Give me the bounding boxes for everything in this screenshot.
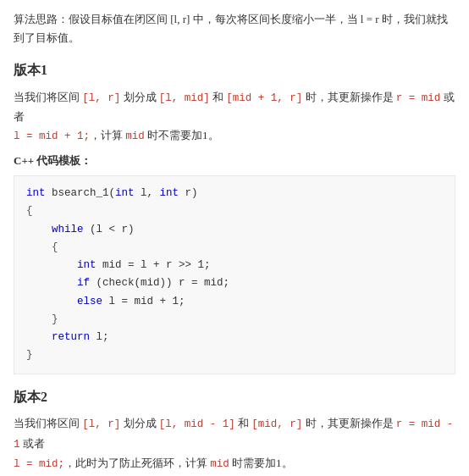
intro-text: 算法思路：假设目标值在闭区间 [l, r] 中，每次将区间长度缩小一半，当 l …	[14, 10, 455, 47]
version1-title: 版本1	[14, 59, 455, 81]
version1-code-block: int bsearch_1(int l, int r) { while (l <…	[14, 175, 455, 374]
version2-description: 当我们将区间 [l, r] 划分成 [l, mid - 1] 和 [mid, r…	[14, 414, 455, 473]
version2-title: 版本2	[14, 386, 455, 408]
version1-description: 当我们将区间 [l, r] 划分成 [l, mid] 和 [mid + 1, r…	[14, 88, 455, 147]
version1-code-label: C++ 代码模板：	[14, 152, 455, 170]
